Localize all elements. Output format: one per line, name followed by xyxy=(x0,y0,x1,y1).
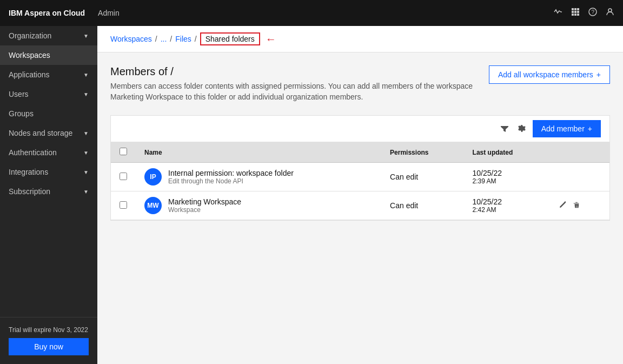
date-2: 10/25/22 xyxy=(473,197,540,206)
svg-text:?: ? xyxy=(592,9,595,15)
chevron-down-icon: ▼ xyxy=(83,91,89,97)
sidebar-item-organization[interactable]: Organization ▼ xyxy=(0,26,97,45)
add-member-label: Add member xyxy=(541,124,585,133)
delete-row-button-2[interactable] xyxy=(572,200,581,211)
svg-rect-1 xyxy=(574,8,576,10)
sidebar-item-integrations[interactable]: Integrations ▼ xyxy=(0,162,97,182)
last-updated-column-header: Last updated xyxy=(464,142,549,163)
sidebar: Organization ▼ Workspaces Applications ▼… xyxy=(0,26,97,364)
members-table-container: Add member + Name Permissions Last u xyxy=(110,115,610,221)
admin-label: Admin xyxy=(98,9,120,17)
permission-cell-1: Can edit xyxy=(381,163,463,191)
name-text-1: Internal permission: workspace folder Ed… xyxy=(168,169,294,185)
chevron-down-icon: ▼ xyxy=(83,150,89,156)
chevron-down-icon: ▼ xyxy=(83,169,89,175)
svg-rect-7 xyxy=(574,14,576,16)
content-header: Members of / Members can access folder c… xyxy=(110,65,610,102)
row-checkbox-1[interactable] xyxy=(120,173,127,180)
breadcrumb-sep-1: / xyxy=(155,35,157,43)
chevron-down-icon: ▼ xyxy=(83,72,89,78)
permission-cell-2: Can edit xyxy=(381,191,463,220)
content-area: Members of / Members can access folder c… xyxy=(97,52,623,364)
table-toolbar: Add member + xyxy=(111,116,609,142)
apps-icon[interactable] xyxy=(571,8,580,18)
user-icon[interactable] xyxy=(606,8,614,18)
row-checkbox-2[interactable] xyxy=(120,201,127,209)
actions-cell-1 xyxy=(549,163,609,191)
date-cell-1: 10/25/22 2:39 AM xyxy=(464,163,549,191)
sidebar-item-label: Users xyxy=(9,90,29,98)
svg-point-11 xyxy=(608,9,612,12)
sidebar-item-groups[interactable]: Groups xyxy=(0,104,97,123)
sidebar-item-label: Organization xyxy=(9,31,51,40)
content-title-block: Members of / Members can access folder c… xyxy=(110,65,489,102)
sidebar-item-label: Groups xyxy=(9,109,34,118)
filter-button[interactable] xyxy=(498,122,511,135)
breadcrumb: Workspaces / ... / Files / Shared folder… xyxy=(97,26,623,52)
members-table: Name Permissions Last updated xyxy=(111,142,609,220)
svg-rect-5 xyxy=(577,11,579,13)
date-cell-2: 10/25/22 2:42 AM xyxy=(464,191,549,220)
breadcrumb-sep-2: / xyxy=(170,35,172,43)
name-column-header: Name xyxy=(136,142,381,163)
activity-icon[interactable] xyxy=(554,8,562,18)
name-cell-2: MW Marketing Workspace Workspace xyxy=(136,191,381,220)
member-subtitle-2: Workspace xyxy=(168,206,241,214)
help-icon[interactable]: ? xyxy=(588,8,597,18)
chevron-down-icon: ▼ xyxy=(83,33,89,39)
name-text-2: Marketing Workspace Workspace xyxy=(168,197,241,214)
breadcrumb-shared-folders: Shared folders xyxy=(200,32,260,45)
topnav-right: ? xyxy=(554,8,614,18)
row-checkbox-cell-1 xyxy=(111,163,136,191)
name-cell-1: IP Internal permission: workspace folder… xyxy=(136,163,381,191)
select-all-checkbox[interactable] xyxy=(120,148,127,155)
add-member-button[interactable]: Add member + xyxy=(533,120,601,137)
sidebar-item-applications[interactable]: Applications ▼ xyxy=(0,65,97,84)
svg-rect-3 xyxy=(572,11,574,13)
settings-button[interactable] xyxy=(515,122,528,135)
time-2: 2:42 AM xyxy=(473,206,540,214)
sidebar-item-nodes-storage[interactable]: Nodes and storage ▼ xyxy=(0,123,97,143)
topnav: IBM Aspera on Cloud Admin ? xyxy=(0,0,623,26)
actions-cell-2 xyxy=(549,191,609,220)
member-name-2: Marketing Workspace xyxy=(168,197,241,206)
trial-text: Trial will expire Nov 3, 2022 xyxy=(9,326,89,334)
member-name-1: Internal permission: workspace folder xyxy=(168,169,294,177)
sidebar-item-label: Workspaces xyxy=(9,51,50,59)
row-actions-2 xyxy=(558,200,601,211)
sidebar-item-authentication[interactable]: Authentication ▼ xyxy=(0,143,97,162)
page-description: Members can access folder contents with … xyxy=(110,81,489,102)
add-all-workspace-members-button[interactable]: Add all workspace members + xyxy=(489,65,610,84)
avatar-2: MW xyxy=(144,197,162,214)
red-arrow-indicator: ← xyxy=(266,33,276,45)
main-content: Workspaces / ... / Files / Shared folder… xyxy=(97,26,623,364)
add-member-plus-icon: + xyxy=(588,124,592,133)
sidebar-item-label: Integrations xyxy=(9,168,48,176)
buy-now-button[interactable]: Buy now xyxy=(9,338,89,355)
breadcrumb-ellipsis[interactable]: ... xyxy=(161,35,167,43)
sidebar-item-users[interactable]: Users ▼ xyxy=(0,84,97,104)
svg-rect-8 xyxy=(577,14,579,16)
time-1: 2:39 AM xyxy=(473,177,540,185)
table-header-row: Name Permissions Last updated xyxy=(111,142,609,163)
brand-name: IBM Aspera on Cloud xyxy=(9,9,85,17)
sidebar-item-label: Subscription xyxy=(9,187,50,196)
edit-row-button-2[interactable] xyxy=(558,200,567,211)
breadcrumb-workspaces[interactable]: Workspaces xyxy=(110,35,152,43)
sidebar-item-subscription[interactable]: Subscription ▼ xyxy=(0,182,97,201)
svg-rect-6 xyxy=(572,14,574,16)
sidebar-bottom: Trial will expire Nov 3, 2022 Buy now xyxy=(0,317,97,364)
member-subtitle-1: Edit through the Node API xyxy=(168,177,294,185)
row-checkbox-cell-2 xyxy=(111,191,136,220)
breadcrumb-sep-3: / xyxy=(195,35,197,43)
sidebar-item-label: Applications xyxy=(9,70,50,79)
actions-column-header xyxy=(549,142,609,163)
chevron-down-icon: ▼ xyxy=(83,189,89,195)
table-row: IP Internal permission: workspace folder… xyxy=(111,163,609,191)
chevron-down-icon: ▼ xyxy=(83,130,89,136)
breadcrumb-files[interactable]: Files xyxy=(175,35,191,43)
sidebar-item-workspaces[interactable]: Workspaces xyxy=(0,45,97,65)
table-row: MW Marketing Workspace Workspace Can edi… xyxy=(111,191,609,220)
svg-rect-4 xyxy=(574,11,576,13)
sidebar-item-label: Nodes and storage xyxy=(9,129,72,137)
